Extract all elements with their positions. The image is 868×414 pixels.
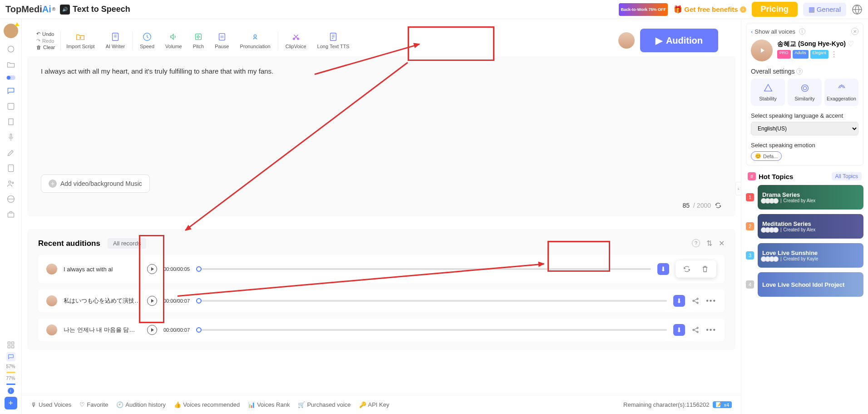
- more-icon[interactable]: •••: [706, 297, 716, 305]
- remaining-chars: Remaining character(s):1156202: [623, 401, 709, 408]
- speed-button[interactable]: Speed: [134, 32, 160, 49]
- share-icon[interactable]: [691, 297, 700, 305]
- play-button[interactable]: [147, 264, 157, 274]
- topic-row-4[interactable]: 4 Love Live School Idol Project: [746, 272, 863, 297]
- side-icon-globe[interactable]: [6, 195, 15, 204]
- free-benefits-link[interactable]: 🎁 Get free benefits ›: [673, 5, 746, 14]
- retry-icon[interactable]: [683, 265, 691, 273]
- delete-icon[interactable]: [701, 265, 709, 273]
- logo[interactable]: TopMediAi ®: [5, 4, 55, 15]
- topic-row-1[interactable]: 1 Drama Series | Created by Alex: [746, 185, 863, 209]
- clipvoice-button[interactable]: ClipVoice: [280, 32, 312, 49]
- refresh-icon[interactable]: [715, 202, 722, 209]
- heart-icon[interactable]: ♡: [848, 40, 854, 48]
- progress-slider[interactable]: [196, 268, 651, 270]
- voices-rank-link[interactable]: 📊 Voices Rank: [248, 401, 290, 408]
- side-toggle[interactable]: [6, 75, 15, 80]
- all-records-tab[interactable]: All records: [108, 238, 146, 249]
- clear-button[interactable]: 🗑 Clear: [36, 45, 55, 50]
- audition-row-3: 나는 언제나 내 마음을 담아 연... 00:00/00:07 ⬇ •••: [38, 319, 725, 341]
- pause-button[interactable]: Pause: [209, 32, 234, 49]
- grid-icon: ▦: [809, 5, 815, 14]
- general-button[interactable]: ▦ General: [803, 3, 846, 16]
- promo-banner[interactable]: Back-to-Work 75% OFF: [619, 3, 668, 16]
- pitch-button[interactable]: Pitch: [187, 32, 209, 49]
- longtext-button[interactable]: Long Text TTS: [312, 32, 355, 49]
- all-topics-link[interactable]: All Topics: [832, 172, 862, 180]
- api-label: API Key: [368, 401, 390, 408]
- voice-avatar[interactable]: [751, 40, 773, 61]
- purchased-voice-link[interactable]: 🛒 Purchased voice: [298, 401, 350, 408]
- svg-rect-11: [8, 346, 10, 348]
- side-icon-active-chat[interactable]: [6, 352, 15, 361]
- info-icon: i: [799, 28, 805, 35]
- side-icon-folder[interactable]: [6, 60, 15, 69]
- download-button[interactable]: ⬇: [673, 324, 685, 336]
- volume-button[interactable]: Volume: [160, 32, 187, 49]
- download-button[interactable]: ⬇: [657, 263, 669, 275]
- exaggeration-tile[interactable]: Exaggeration: [824, 79, 858, 106]
- redo-button[interactable]: ↷ Redo: [36, 38, 55, 44]
- close-section-icon[interactable]: ✕: [851, 28, 858, 35]
- side-icon-apps[interactable]: [6, 340, 15, 349]
- audition-button[interactable]: ▶ Audition: [640, 29, 718, 52]
- add-media-button[interactable]: + Add video/background Music: [41, 175, 150, 193]
- side-icon-briefcase[interactable]: [6, 210, 15, 219]
- voices-recommended-link[interactable]: 👍 Voices recommended: [174, 401, 240, 408]
- similarity-tile[interactable]: Similarity: [788, 79, 822, 106]
- language-label: Select speaking language & accent: [751, 112, 858, 119]
- progress-slider[interactable]: [196, 329, 667, 331]
- side-icon-5[interactable]: [6, 102, 15, 111]
- user-avatar[interactable]: [4, 24, 18, 38]
- pitch-label: Pitch: [193, 44, 204, 49]
- header-right: Back-to-Work 75% OFF 🎁 Get free benefits…: [619, 2, 863, 17]
- side-icon-1[interactable]: [6, 45, 15, 54]
- share-icon[interactable]: [691, 326, 700, 334]
- progress-slider[interactable]: [196, 300, 667, 302]
- undo-button[interactable]: ↶ Undo: [36, 31, 55, 37]
- api-key-link[interactable]: 🔑 API Key: [359, 401, 390, 408]
- free-benefits-label: Get free benefits: [684, 5, 738, 13]
- side-icon-6[interactable]: [6, 117, 15, 126]
- topic-row-3[interactable]: 3 Love Live Sunshine | Created by Kayle: [746, 243, 863, 268]
- info-badge[interactable]: i: [8, 388, 14, 394]
- audition-history-link[interactable]: 🕘 Audition history: [116, 401, 166, 408]
- pricing-button[interactable]: Pricing: [752, 2, 798, 17]
- svg-point-28: [803, 86, 806, 90]
- ai-writer-button[interactable]: AI Writer: [100, 32, 131, 49]
- help-icon[interactable]: ?: [692, 239, 700, 247]
- row-avatar: [46, 295, 57, 306]
- pronunciation-button[interactable]: Pronunciation: [234, 32, 276, 49]
- x4-badge[interactable]: 📝 x4: [713, 401, 732, 408]
- import-script-button[interactable]: Import Script: [61, 32, 100, 49]
- close-icon[interactable]: ✕: [719, 239, 725, 248]
- emotion-pill[interactable]: 😊 Defa...: [751, 151, 782, 161]
- topic-row-2[interactable]: 2 Meditation Series | Created by Alex: [746, 214, 863, 239]
- language-select[interactable]: English(US): [751, 122, 858, 135]
- used-voices-link[interactable]: 🎙 Used Voices: [31, 401, 71, 408]
- collapse-panel-tab[interactable]: ‹: [735, 182, 741, 195]
- side-icon-pen[interactable]: [6, 148, 15, 157]
- download-button[interactable]: ⬇: [673, 295, 685, 307]
- help-icon[interactable]: ?: [796, 68, 803, 75]
- favorite-link[interactable]: ♡ Favorite: [79, 401, 108, 408]
- side-icon-chat[interactable]: [6, 86, 15, 95]
- more-badge-icon[interactable]: ⋮: [830, 50, 838, 59]
- voice-avatar-toolbar[interactable]: [618, 32, 635, 49]
- side-icon-doc[interactable]: [6, 164, 15, 173]
- text-editor[interactable]: I always act with all my heart, and it's…: [27, 56, 735, 165]
- sort-icon[interactable]: ⇅: [706, 239, 712, 248]
- add-button[interactable]: +: [5, 397, 17, 409]
- stability-tile[interactable]: Stability: [751, 79, 785, 106]
- back-icon: ‹: [751, 28, 753, 35]
- toolbar: ↶ Undo ↷ Redo 🗑 Clear Import Script AI W…: [27, 25, 735, 56]
- overall-settings-label: Overall settings ?: [751, 68, 858, 75]
- play-button[interactable]: [147, 296, 157, 306]
- more-icon[interactable]: •••: [706, 326, 716, 334]
- show-all-voices-link[interactable]: ‹ Show all voices i ✕: [751, 28, 858, 35]
- play-button[interactable]: [147, 325, 157, 335]
- globe-icon[interactable]: [852, 4, 863, 15]
- topic-author: Created by Alex: [784, 198, 816, 203]
- side-icon-users[interactable]: [6, 179, 15, 188]
- side-icon-mic[interactable]: [6, 133, 15, 142]
